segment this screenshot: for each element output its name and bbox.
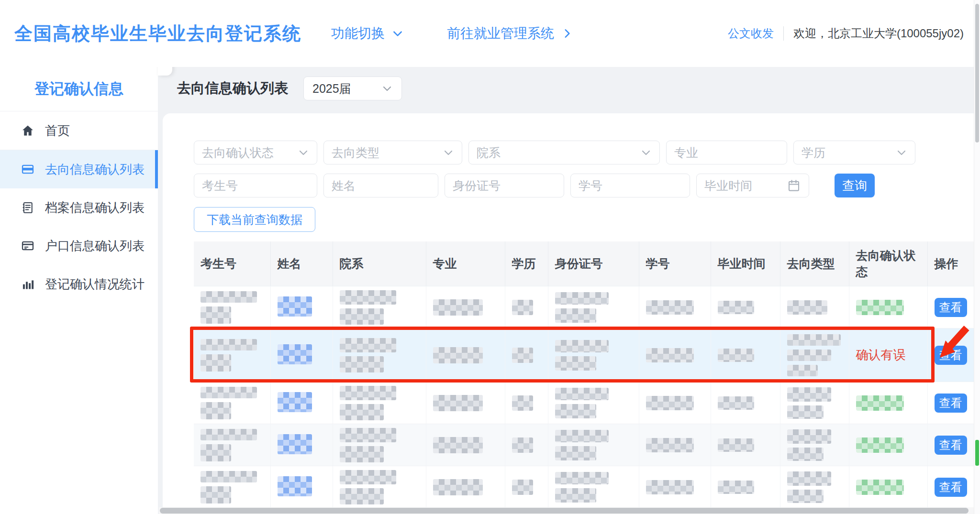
- table-row: 查看: [194, 382, 978, 424]
- document-icon: [21, 201, 34, 214]
- cell-major: [426, 466, 505, 508]
- cell-student-no: [639, 328, 711, 382]
- filter-student-no-input[interactable]: 学号: [570, 174, 690, 197]
- cell-major: [426, 328, 505, 382]
- sidebar-item-home[interactable]: 首页: [0, 111, 158, 150]
- cell-graduation-time: [711, 382, 780, 424]
- nav-function-switch-label: 功能切换: [331, 24, 385, 43]
- filter-major-input[interactable]: 专业: [666, 141, 787, 164]
- masked-student-name: [278, 476, 312, 496]
- cell-confirm-status: [849, 466, 927, 508]
- cell-exam-no: [194, 328, 270, 382]
- nav-to-employment[interactable]: 前往就业管理系统: [447, 24, 573, 43]
- cell-name: [270, 382, 333, 424]
- column-header-destination-type: 去向类型: [780, 241, 849, 286]
- masked-graduation-time: [718, 349, 773, 362]
- masked-degree: [512, 437, 541, 453]
- masked-graduation-time: [718, 396, 773, 410]
- filter-graduation-time-date[interactable]: 毕业时间: [696, 174, 809, 197]
- sidebar-item-archive-list[interactable]: 档案信息确认列表: [0, 188, 158, 227]
- cell-graduation-time: [711, 424, 780, 466]
- doc-exchange-link[interactable]: 公文收发: [728, 26, 774, 41]
- sidebar-item-stats[interactable]: 登记确认情况统计: [0, 265, 158, 303]
- masked-exam-no: [200, 471, 264, 503]
- cohort-select[interactable]: 2025届: [303, 77, 402, 100]
- filter-department-select[interactable]: 院系: [468, 141, 660, 164]
- nav-function-switch[interactable]: 功能切换: [331, 24, 404, 43]
- column-header-id-number: 身份证号: [548, 241, 639, 286]
- header-right: 公文收发 欢迎，北京工业大学(100055jy02): [728, 26, 964, 41]
- cell-department: [333, 328, 426, 382]
- placeholder-text: 学历: [802, 145, 825, 161]
- download-button[interactable]: 下载当前查询数据: [194, 207, 315, 232]
- cell-destination-type: [780, 286, 849, 328]
- vertical-scrollbar[interactable]: [974, 0, 980, 514]
- sidebar-item-hukou-list[interactable]: 户口信息确认列表: [0, 227, 158, 265]
- masked-major: [433, 479, 498, 495]
- cell-id-number: [548, 286, 639, 328]
- masked-student-no: [646, 480, 704, 494]
- view-button[interactable]: 查看: [935, 436, 967, 455]
- scrollbar-green-marker: [975, 440, 979, 466]
- cell-actions: 查看: [927, 328, 978, 382]
- sidebar-item-label: 户口信息确认列表: [45, 238, 145, 254]
- filter-exam-no-input[interactable]: 考生号: [194, 174, 317, 197]
- welcome-text: 欢迎，北京工业大学(100055jy02): [793, 26, 964, 41]
- chevron-down-icon: [896, 147, 907, 158]
- masked-major: [433, 299, 498, 316]
- filter-destination-type-select[interactable]: 去向类型: [323, 141, 462, 164]
- app-title: 全国高校毕业生毕业去向登记系统: [14, 22, 301, 46]
- cell-degree: [505, 424, 548, 466]
- filter-destination-status-select[interactable]: 去向确认状态: [194, 141, 317, 164]
- masked-department: [340, 290, 419, 325]
- sidebar-item-destination-list[interactable]: 去向信息确认列表: [0, 150, 158, 188]
- status-badge-masked: [856, 395, 904, 411]
- student-name-link[interactable]: [278, 434, 312, 454]
- masked-student-no: [646, 438, 704, 452]
- cell-major: [426, 424, 505, 466]
- status-badge-masked: [856, 480, 904, 495]
- view-button[interactable]: 查看: [935, 394, 967, 413]
- cell-actions: 查看: [927, 466, 978, 508]
- view-button[interactable]: 查看: [935, 298, 967, 317]
- cell-student-no: [639, 382, 711, 424]
- vertical-scrollbar-thumb[interactable]: [975, 4, 979, 142]
- filter-name-input[interactable]: 姓名: [323, 174, 438, 197]
- cell-degree: [505, 466, 548, 508]
- masked-major: [433, 347, 498, 363]
- search-button[interactable]: 查询: [835, 174, 875, 197]
- student-name-link[interactable]: [278, 392, 312, 412]
- student-name-link[interactable]: [278, 344, 312, 364]
- top-header: 全国高校毕业生毕业去向登记系统 功能切换 前往就业管理系统 公文收发 欢迎，北京…: [0, 0, 980, 67]
- filter-degree-select[interactable]: 学历: [793, 141, 915, 164]
- cell-actions: 查看: [927, 382, 978, 424]
- table-row: 查看: [194, 286, 978, 328]
- cell-confirm-status: [849, 382, 927, 424]
- cell-destination-type: [780, 382, 849, 424]
- masked-department: [340, 428, 419, 462]
- masked-destination-type: [787, 334, 842, 376]
- masked-student-no: [646, 348, 704, 362]
- filter-id-number-input[interactable]: 身份证号: [445, 174, 564, 197]
- placeholder-text: 去向确认状态: [202, 145, 274, 161]
- cell-name: [270, 424, 333, 466]
- view-button[interactable]: 查看: [935, 346, 967, 365]
- student-name-link[interactable]: [278, 296, 312, 317]
- column-header-graduation-time: 毕业时间: [711, 241, 780, 286]
- cell-student-no: [639, 286, 711, 328]
- results-table: 考生号姓名院系专业学历身份证号学号毕业时间去向类型去向确认状态操作 查看确认有误…: [194, 241, 980, 508]
- masked-destination-type: [787, 429, 842, 461]
- view-button[interactable]: 查看: [935, 478, 967, 497]
- student-name-link[interactable]: [278, 476, 312, 496]
- placeholder-text: 院系: [477, 145, 501, 161]
- masked-department: [340, 470, 419, 504]
- cell-name: [270, 286, 333, 328]
- cell-id-number: [548, 424, 639, 466]
- page-title: 去向信息确认列表: [177, 79, 288, 98]
- masked-student-no: [646, 396, 704, 410]
- masked-exam-no: [200, 429, 264, 461]
- cell-department: [333, 286, 426, 328]
- horizontal-scrollbar[interactable]: [159, 507, 974, 514]
- horizontal-scrollbar-thumb[interactable]: [160, 508, 969, 514]
- masked-destination-type: [787, 387, 842, 419]
